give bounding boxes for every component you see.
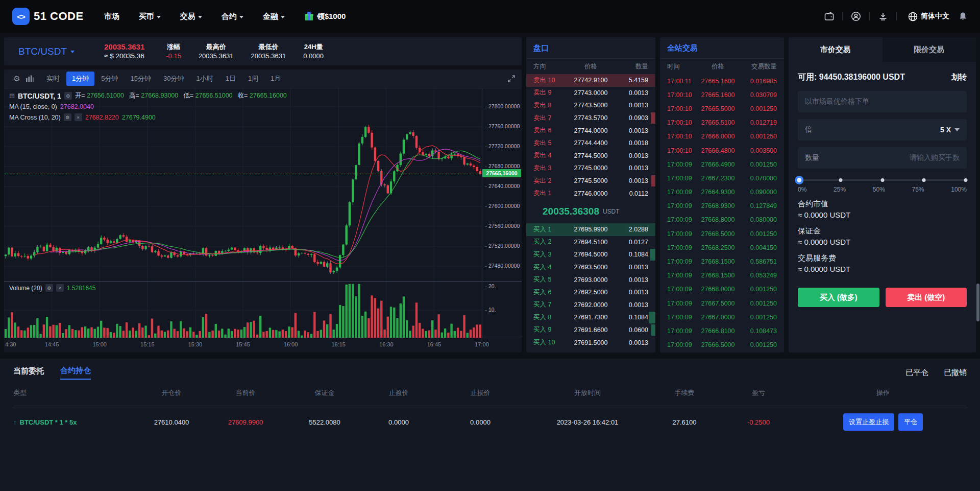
- slider-dot-75[interactable]: [922, 178, 926, 182]
- timeframe-button[interactable]: 5分钟: [95, 72, 124, 86]
- trade-row: 17:00:0927668.15000.586751: [660, 254, 784, 268]
- buy-long-button[interactable]: 买入 (做多): [798, 288, 879, 307]
- notification-bell-icon[interactable]: [958, 11, 968, 21]
- page-scrollbar-thumb[interactable]: [976, 284, 979, 321]
- logo[interactable]: <> 51 CODE: [12, 8, 84, 25]
- orderbook-row[interactable]: 买入 327694.50000.1084: [526, 248, 655, 261]
- close-position-button[interactable]: 平仓: [898, 413, 923, 431]
- orderbook-row[interactable]: 买入 627692.50000.0013: [526, 286, 655, 299]
- orderbook-row[interactable]: 卖出 427744.50000.0013: [526, 150, 655, 162]
- sell-short-button[interactable]: 卖出 (做空): [886, 288, 967, 307]
- trade-row: 17:00:0927667.00000.001250: [660, 310, 784, 324]
- orderbook-row[interactable]: 卖出 927743.00000.0013: [526, 87, 655, 100]
- set-tp-sl-button[interactable]: 设置止盈止损: [843, 413, 894, 431]
- transfer-link[interactable]: 划转: [951, 73, 967, 82]
- timeframe-button[interactable]: 1月: [265, 72, 286, 86]
- column-header: 手续费: [651, 388, 718, 398]
- order-entry-panel: 市价交易限价交易 可用: 94450.38196000 USDT 划转 以市场最…: [789, 37, 976, 353]
- gear-icon[interactable]: ⚙: [45, 284, 53, 292]
- order-price: 27691.7300: [573, 314, 608, 321]
- account-icon[interactable]: [851, 11, 861, 21]
- slider-dot-25[interactable]: [839, 178, 842, 182]
- trades-title[interactable]: 全站交易: [660, 37, 784, 59]
- orderbook-row[interactable]: 买入 227694.51000.0127: [526, 236, 655, 249]
- order-type-tab[interactable]: 限价交易: [883, 37, 976, 62]
- side-label: 买入 9: [533, 325, 573, 334]
- menu-item[interactable]: 合约: [222, 12, 243, 21]
- amount-input[interactable]: 数量 请输入购买手数: [798, 147, 967, 169]
- order-type-tab[interactable]: 市价交易: [789, 37, 883, 62]
- menu-item[interactable]: 交易: [180, 12, 202, 21]
- time-axis-label: 16:30: [379, 341, 394, 347]
- positions-link[interactable]: 已撤销: [944, 368, 967, 378]
- collapse-icon[interactable]: ⊟: [9, 92, 15, 100]
- trade-qty: 0.001250: [735, 286, 777, 293]
- orderbook-row[interactable]: 卖出 527744.44000.0018: [526, 137, 655, 150]
- gear-icon[interactable]: ⚙: [64, 113, 71, 121]
- slider-dot-50[interactable]: [880, 178, 884, 182]
- orderbook-row[interactable]: 卖出 327745.00000.0013: [526, 162, 655, 175]
- positions-tab[interactable]: 合约持仓: [60, 366, 91, 380]
- orderbook-row[interactable]: 卖出 827743.50000.0013: [526, 99, 655, 112]
- trade-qty: 0.016985: [735, 78, 777, 85]
- slider-dot-100[interactable]: [964, 178, 968, 182]
- close-icon[interactable]: ×: [75, 113, 82, 121]
- ohlc-value: 27656.51000: [85, 92, 124, 99]
- promo-bonus-link[interactable]: 领$1000: [304, 12, 346, 21]
- order-qty: 0.0127: [608, 239, 648, 246]
- orderbook-row[interactable]: 买入 1027691.50000.0013: [526, 336, 655, 349]
- side-label: 卖出 9: [533, 88, 573, 97]
- orderbook-row[interactable]: 卖出 1027742.91005.4159: [526, 74, 655, 87]
- trade-qty: 0.053249: [735, 272, 777, 279]
- orderbook-row[interactable]: 买入 927691.66000.0600: [526, 324, 655, 337]
- order-price: 27743.0000: [573, 89, 608, 97]
- candlestick-chart[interactable]: ⊟ BTC/USDT, 1 ⚙ 开= 27656.51000高= 27668.9…: [4, 88, 522, 353]
- chart-type-icon[interactable]: [26, 75, 39, 82]
- trade-time: 17:00:09: [667, 286, 701, 293]
- trade-qty: 0.080000: [735, 216, 777, 223]
- orderbook-row[interactable]: 买入 127695.99002.0288: [526, 223, 655, 236]
- orderbook-row[interactable]: 卖出 127746.00000.0112: [526, 187, 655, 200]
- timeframe-button[interactable]: 1周: [242, 72, 264, 86]
- volume-label: Volume (20): [9, 285, 42, 292]
- menu-item[interactable]: 市场: [104, 12, 119, 21]
- orderbook-row[interactable]: 卖出 627744.00000.0013: [526, 124, 655, 137]
- timeframe-button[interactable]: 1小时: [190, 72, 218, 86]
- amount-slider[interactable]: [799, 176, 966, 184]
- menu-item[interactable]: 买币: [139, 12, 161, 21]
- leverage-select[interactable]: 倍 5 X: [798, 119, 967, 141]
- positions-tab[interactable]: 当前委托: [13, 366, 44, 379]
- orderbook-title[interactable]: 盘口: [526, 37, 655, 59]
- timeframe-button[interactable]: 1日: [220, 72, 241, 86]
- chart-legend: ⊟ BTC/USDT, 1 ⚙ 开= 27656.51000高= 27668.9…: [9, 91, 287, 124]
- side-label: 买入 10: [533, 338, 573, 347]
- slider-percent-label: 0%: [798, 186, 806, 193]
- trade-qty: 0.127849: [735, 202, 777, 209]
- menu-item[interactable]: 金融: [263, 12, 285, 21]
- timeframe-button[interactable]: 实时: [41, 72, 65, 86]
- indicator-settings-icon[interactable]: ⚙: [10, 74, 23, 83]
- orderbook-row[interactable]: 买入 827691.73000.1084: [526, 311, 655, 324]
- gear-icon[interactable]: ⚙: [64, 92, 72, 100]
- slider-handle[interactable]: [795, 176, 803, 184]
- price-input[interactable]: 以市场最优价格下单: [798, 91, 967, 112]
- language-selector[interactable]: 简体中文: [908, 12, 949, 21]
- orderbook-row[interactable]: 卖出 227745.50000.0013: [526, 175, 655, 188]
- timeframe-button[interactable]: 1分钟: [66, 72, 94, 86]
- timeframe-button[interactable]: 30分钟: [158, 72, 189, 86]
- close-icon[interactable]: ×: [56, 284, 64, 292]
- trade-price: 27668.1500: [701, 272, 735, 279]
- orderbook-row[interactable]: 买入 727692.00000.0013: [526, 299, 655, 312]
- orderbook-row[interactable]: 卖出 727743.57000.0903: [526, 112, 655, 125]
- fullscreen-icon[interactable]: [507, 75, 516, 83]
- orderbook-row[interactable]: 买入 427693.50000.0013: [526, 261, 655, 274]
- wallet-icon[interactable]: [824, 11, 834, 21]
- order-price: 27693.0000: [573, 276, 608, 284]
- ohlc-value: 27656.51000: [193, 92, 232, 99]
- timeframe-button[interactable]: 15分钟: [125, 72, 156, 86]
- positions-link[interactable]: 已平仓: [905, 368, 928, 378]
- pair-selector[interactable]: BTC/USDT: [18, 46, 75, 57]
- orderbook-row[interactable]: 买入 527693.00000.0013: [526, 273, 655, 286]
- download-icon[interactable]: [878, 11, 888, 21]
- trade-qty: 0.004150: [735, 244, 777, 251]
